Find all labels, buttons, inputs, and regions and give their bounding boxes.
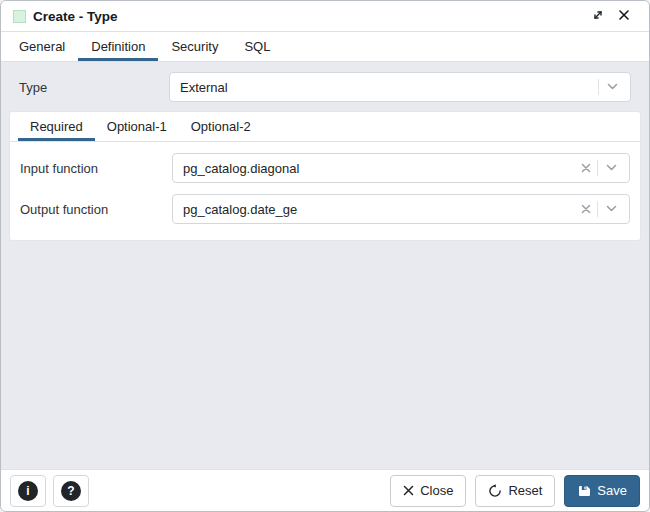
reset-button-label: Reset	[508, 483, 542, 498]
sub-tab-bar: Required Optional-1 Optional-2	[10, 112, 640, 142]
type-select-value: External	[180, 80, 598, 95]
definition-panel: Required Optional-1 Optional-2 Input fun…	[9, 111, 641, 241]
info-icon: i	[18, 481, 38, 501]
help-icon: ?	[61, 481, 81, 501]
save-icon	[577, 484, 591, 498]
output-function-select[interactable]: pg_catalog.date_ge	[172, 194, 630, 224]
tab-definition[interactable]: Definition	[78, 32, 158, 61]
help-button[interactable]: ?	[53, 475, 89, 507]
type-label: Type	[19, 80, 169, 95]
clear-icon[interactable]	[575, 204, 597, 214]
subtab-required[interactable]: Required	[18, 112, 95, 141]
title-bar: Create - Type	[1, 1, 649, 32]
reset-icon	[488, 484, 502, 498]
chevron-down-icon[interactable]	[598, 205, 621, 213]
dialog-title: Create - Type	[33, 9, 585, 24]
save-button[interactable]: Save	[564, 475, 640, 507]
info-button[interactable]: i	[10, 475, 46, 507]
tab-security[interactable]: Security	[158, 32, 231, 61]
expand-icon	[591, 8, 605, 25]
clear-icon[interactable]	[575, 163, 597, 173]
type-icon	[13, 10, 26, 23]
reset-button[interactable]: Reset	[475, 475, 555, 507]
close-button-label: Close	[420, 483, 453, 498]
save-button-label: Save	[597, 483, 627, 498]
input-function-select[interactable]: pg_catalog.diagonal	[172, 153, 630, 183]
close-button[interactable]: Close	[390, 475, 466, 507]
output-function-row: Output function pg_catalog.date_ge	[20, 194, 630, 224]
type-select[interactable]: External	[169, 72, 631, 102]
footer-bar: i ? Close Reset	[1, 469, 649, 511]
subtab-optional-1[interactable]: Optional-1	[95, 112, 179, 141]
output-function-label: Output function	[20, 202, 172, 217]
close-icon	[618, 9, 630, 24]
maximize-button[interactable]	[585, 4, 611, 28]
input-function-row: Input function pg_catalog.diagonal	[20, 153, 630, 183]
dialog-body: Type External Required Optional-1 Opt	[1, 62, 649, 469]
chevron-down-icon[interactable]	[599, 83, 622, 91]
output-function-value: pg_catalog.date_ge	[183, 202, 575, 217]
chevron-down-icon[interactable]	[598, 164, 621, 172]
input-function-value: pg_catalog.diagonal	[183, 161, 575, 176]
tab-sql[interactable]: SQL	[231, 32, 283, 61]
create-type-dialog: Create - Type General Definition Securit…	[0, 0, 650, 512]
subtab-optional-2[interactable]: Optional-2	[179, 112, 263, 141]
close-icon	[403, 485, 414, 496]
input-function-label: Input function	[20, 161, 172, 176]
tab-general[interactable]: General	[6, 32, 78, 61]
type-row: Type External	[19, 72, 631, 102]
close-dialog-button[interactable]	[611, 4, 637, 28]
main-tab-bar: General Definition Security SQL	[1, 32, 649, 62]
